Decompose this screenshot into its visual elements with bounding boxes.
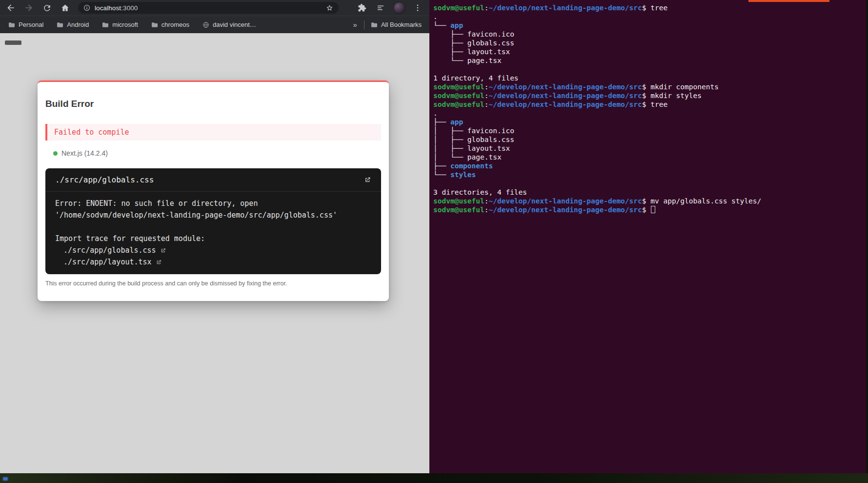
- home-button[interactable]: [59, 2, 71, 14]
- terminal-line: 1 directory, 4 files: [433, 74, 866, 82]
- terminal-line: ├── layout.tsx: [433, 47, 866, 56]
- terminal-line: .: [433, 12, 866, 21]
- folder-icon: [8, 21, 16, 29]
- page-content: Build Error Failed to compile Next.js (1…: [0, 33, 429, 473]
- bookmarks-overflow-button[interactable]: »: [348, 20, 362, 29]
- terminal-text-segment: :: [484, 92, 489, 100]
- terminal-line: sodvm@useful:~/develop/next-landing-page…: [433, 3, 866, 12]
- terminal-text-segment: app: [450, 118, 463, 126]
- terminal-text-segment: sodvm@useful: [433, 206, 484, 214]
- terminal-line: └── styles: [433, 170, 866, 179]
- terminal-text-segment: └──: [433, 21, 450, 29]
- external-link-icon[interactable]: [160, 247, 166, 254]
- bookmark-item[interactable]: Personal: [8, 21, 43, 29]
- blank-line: [55, 221, 371, 233]
- terminal-cursor: [651, 206, 655, 213]
- browser-menu-button[interactable]: [412, 2, 424, 14]
- terminal-text-segment: └── page.tsx: [433, 57, 502, 64]
- terminal-window[interactable]: sodvm@useful:~/develop/next-landing-page…: [429, 0, 866, 473]
- terminal-text-segment: ~/develop/next-landing-page-demo/src: [489, 101, 642, 108]
- site-info-icon[interactable]: [83, 4, 91, 12]
- trace-item-path: ./src/app/layout.tsx: [63, 256, 152, 268]
- back-button[interactable]: [5, 2, 17, 14]
- terminal-text-segment: 3 directories, 4 files: [433, 188, 527, 196]
- all-bookmarks-button[interactable]: All Bookmarks: [370, 21, 422, 29]
- desktop-wallpaper: [0, 473, 868, 483]
- address-bar[interactable]: localhost:3000: [78, 2, 339, 14]
- trace-item[interactable]: ./src/app/layout.tsx: [55, 256, 371, 268]
- url-host: localhost: [95, 4, 121, 12]
- external-link-icon[interactable]: [156, 259, 162, 265]
- error-line: '/home/sodvm/develop/next-landing-page-d…: [55, 209, 371, 221]
- terminal-text-segment: ~/develop/next-landing-page-demo/src: [489, 4, 642, 12]
- terminal-line: sodvm@useful:~/develop/next-landing-page…: [433, 100, 866, 109]
- back-icon: [6, 3, 16, 13]
- framework-version: Next.js (14.2.4): [61, 149, 108, 157]
- profile-avatar[interactable]: [393, 2, 405, 14]
- terminal-text-segment: ├──: [433, 162, 450, 170]
- bookmark-item[interactable]: david vincent…: [202, 21, 256, 29]
- folder-icon: [151, 21, 159, 29]
- terminal-text-segment: $ mv app/globals.css styles/: [642, 197, 761, 205]
- forward-icon: [24, 3, 34, 13]
- terminal-text-segment: │ ├── favicon.ico: [433, 127, 514, 135]
- terminal-text-segment: :: [484, 4, 489, 12]
- bookmark-item[interactable]: Android: [56, 21, 89, 29]
- terminal-text-segment: $ tree: [642, 101, 667, 108]
- terminal-line: sodvm@useful:~/develop/next-landing-page…: [433, 82, 866, 91]
- terminal-line: │ └── page.tsx: [433, 153, 866, 161]
- terminal-text-segment: app: [450, 21, 463, 29]
- terminal-text-segment: ~/develop/next-landing-page-demo/src: [489, 83, 642, 91]
- error-message: Error: ENOENT: no such file or directory…: [45, 192, 381, 268]
- reload-button[interactable]: [41, 2, 53, 14]
- terminal-text-segment: ~/develop/next-landing-page-demo/src: [489, 92, 642, 100]
- terminal-text-segment: ├── layout.tsx: [433, 48, 510, 56]
- desktop-wallpaper-edge: [866, 0, 868, 473]
- kebab-menu-icon: [413, 3, 422, 12]
- terminal-text-segment: :: [484, 206, 489, 214]
- home-icon: [61, 3, 70, 13]
- terminal-line: sodvm@useful:~/develop/next-landing-page…: [433, 205, 866, 214]
- forward-button[interactable]: [23, 2, 35, 14]
- trace-item[interactable]: ./src/app/globals.css: [55, 244, 371, 256]
- error-line: Error: ENOENT: no such file or directory…: [55, 198, 371, 209]
- bookmark-star-button[interactable]: [325, 4, 334, 12]
- terminal-text-segment: ~/develop/next-landing-page-demo/src: [489, 197, 642, 205]
- terminal-line: │ ├── globals.css: [433, 135, 866, 144]
- terminal-text-segment: sodvm@useful: [433, 101, 484, 108]
- terminal-text-segment: ├── globals.css: [433, 39, 514, 47]
- bookmarks-bar: PersonalAndroidmicrosoftchromeosdavid vi…: [0, 16, 429, 33]
- terminal-text-segment: $: [642, 206, 650, 214]
- framework-version-row: Next.js (14.2.4): [45, 148, 381, 158]
- terminal-line: ├── globals.css: [433, 39, 866, 47]
- terminal-text-segment: sodvm@useful: [433, 4, 484, 12]
- terminal-line: [433, 179, 866, 188]
- bookmark-label: chromeos: [161, 21, 189, 28]
- terminal-line: └── app: [433, 21, 866, 30]
- reading-list-button[interactable]: [375, 2, 386, 14]
- compile-status: Failed to compile: [45, 124, 381, 141]
- terminal-text-segment: └──: [433, 171, 450, 179]
- terminal-text-segment: .: [433, 13, 438, 20]
- wallpaper-accent: [3, 477, 8, 481]
- extensions-button[interactable]: [356, 2, 368, 14]
- compile-status-text: Failed to compile: [54, 128, 129, 137]
- bookmark-label: microsoft: [112, 21, 138, 28]
- folder-icon: [101, 21, 109, 29]
- page-text-fragment: [5, 40, 21, 45]
- terminal-text-segment: sodvm@useful: [433, 197, 484, 205]
- terminal-text-segment: components: [450, 162, 493, 170]
- terminal-line: │ ├── layout.tsx: [433, 144, 866, 153]
- bookmark-item[interactable]: microsoft: [101, 21, 138, 29]
- error-file-path: ./src/app/globals.css: [55, 175, 154, 184]
- browser-toolbar: localhost:3000: [0, 0, 429, 16]
- puzzle-icon: [358, 3, 366, 12]
- open-in-editor-icon[interactable]: [364, 176, 371, 183]
- terminal-text-segment: sodvm@useful: [433, 83, 484, 91]
- bookmark-item[interactable]: chromeos: [151, 21, 189, 29]
- terminal-line: ├── app: [433, 118, 866, 126]
- terminal-text-segment: $ tree: [642, 4, 667, 12]
- terminal-line: ├── components: [433, 161, 866, 170]
- error-file-header: ./src/app/globals.css: [45, 168, 381, 192]
- terminal-text-segment: styles: [450, 171, 476, 179]
